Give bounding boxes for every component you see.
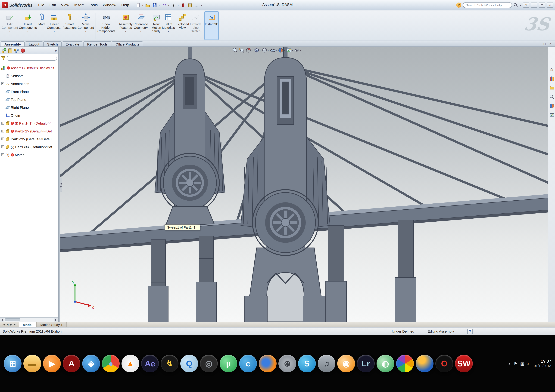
quick-tips-help-button[interactable]: ? bbox=[467, 329, 473, 334]
expand-plus-icon[interactable]: + bbox=[1, 130, 4, 132]
taskbar-pdf-reader[interactable]: A bbox=[63, 355, 80, 372]
edit-component-button[interactable]: Edit Component ▾ bbox=[1, 11, 18, 40]
tree-item-mates[interactable]: + ! Mates bbox=[0, 151, 58, 159]
undo-button[interactable] bbox=[161, 2, 167, 8]
instant3d-button[interactable]: Instant3D bbox=[204, 11, 219, 40]
taskbar-clock[interactable]: 19:07 01/12/2013 bbox=[534, 359, 551, 368]
taskbar-green-app[interactable]: ◍ bbox=[377, 355, 394, 372]
window-close-button[interactable]: × bbox=[547, 2, 553, 7]
menu-edit[interactable]: Edit bbox=[47, 2, 58, 8]
tree-item-part1-1[interactable]: + ! (f) Part1<1> (Default<< bbox=[0, 119, 58, 127]
tree-item-part1-4[interactable]: + (-) Part1<4> (Default<<Def bbox=[0, 143, 58, 151]
save-button[interactable] bbox=[151, 2, 158, 8]
prev-tab-button[interactable]: ◀ bbox=[6, 323, 9, 326]
tree-item-assembly-root[interactable]: ! Assem1 (Default<Display St bbox=[0, 64, 58, 72]
tree-item-origin[interactable]: Origin bbox=[0, 111, 58, 119]
tab-model[interactable]: Model bbox=[19, 322, 37, 327]
open-button[interactable] bbox=[144, 2, 151, 8]
custom-properties-tab[interactable] bbox=[549, 112, 555, 118]
assembly-3d-view[interactable]: Y X bbox=[60, 47, 548, 322]
menu-tools[interactable]: Tools bbox=[86, 2, 100, 8]
mate-button[interactable]: Mate bbox=[37, 11, 46, 40]
view-settings-button[interactable]: ▾ bbox=[294, 47, 301, 53]
tray-expand-icon[interactable]: ▲ bbox=[508, 362, 511, 365]
child-close-button[interactable]: × bbox=[548, 42, 553, 45]
solidworks-resources-tab[interactable]: ⌂ bbox=[549, 66, 555, 72]
expand-plus-icon[interactable]: + bbox=[1, 153, 4, 156]
taskbar-after-effects[interactable]: Ae bbox=[141, 355, 159, 372]
tab-assembly[interactable]: Assembly bbox=[1, 41, 25, 46]
expand-plus-icon[interactable]: + bbox=[1, 145, 4, 148]
expand-plus-icon[interactable]: + bbox=[1, 82, 4, 85]
explode-line-sketch-button[interactable]: Explode Line Sketch bbox=[190, 11, 202, 40]
reference-geometry-button[interactable]: Reference Geometry ▾ bbox=[133, 11, 148, 40]
taskbar-lightroom[interactable]: Lr bbox=[357, 355, 375, 372]
last-tab-button[interactable]: ▶| bbox=[13, 323, 17, 326]
scrollbar-thumb[interactable] bbox=[5, 318, 20, 321]
tab-evaluate[interactable]: Evaluate bbox=[62, 41, 83, 46]
taskbar-browser-compass[interactable]: ◈ bbox=[82, 355, 100, 372]
property-manager-tab-icon[interactable] bbox=[7, 48, 13, 53]
taskbar-media-player[interactable]: ▶ bbox=[43, 355, 61, 372]
menu-view[interactable]: View bbox=[58, 2, 72, 8]
taskbar-web-orb[interactable] bbox=[416, 355, 433, 372]
move-component-button[interactable]: Move Component ▾ bbox=[77, 11, 94, 40]
tree-item-right-plane[interactable]: Right Plane bbox=[0, 103, 58, 111]
zoom-to-fit-button[interactable] bbox=[232, 47, 238, 53]
insert-components-button[interactable]: Insert Components ▾ bbox=[19, 11, 37, 40]
rebuild-button[interactable] bbox=[180, 2, 186, 8]
window-maximize-button[interactable]: □ bbox=[539, 2, 545, 7]
panel-expand-chevron[interactable]: » bbox=[55, 49, 57, 52]
view-orientation-button[interactable]: ▾ bbox=[254, 47, 261, 53]
select-button[interactable] bbox=[170, 2, 176, 8]
network-icon[interactable]: ▦ bbox=[520, 361, 524, 366]
exploded-view-button[interactable]: Exploded View bbox=[175, 11, 189, 40]
taskbar-vlc[interactable]: ▲ bbox=[122, 355, 139, 372]
expand-plus-icon[interactable]: + bbox=[1, 122, 4, 125]
search-input[interactable] bbox=[463, 2, 512, 8]
tree-item-annotations[interactable]: + A Annotations bbox=[0, 80, 58, 88]
tree-item-sensors[interactable]: Sensors bbox=[0, 72, 58, 80]
search-icon[interactable] bbox=[514, 3, 518, 7]
taskbar-pinwheel[interactable] bbox=[396, 355, 414, 372]
taskbar-file-explorer[interactable]: ▬ bbox=[23, 355, 41, 372]
child-minimize-button[interactable]: − bbox=[537, 42, 541, 45]
bill-of-materials-button[interactable]: Bill of Materials ▾ bbox=[162, 11, 175, 40]
options-button[interactable] bbox=[194, 2, 200, 8]
tab-office-products[interactable]: Office Products bbox=[112, 41, 143, 46]
taskbar-utility-app[interactable]: ◎ bbox=[200, 355, 218, 372]
window-help-button[interactable]: ? bbox=[523, 2, 529, 7]
menu-insert[interactable]: Insert bbox=[72, 2, 86, 8]
smart-fasteners-button[interactable]: Smart Fasteners bbox=[62, 11, 77, 40]
taskbar-utorrent[interactable]: µ bbox=[219, 355, 237, 372]
taskbar-opera[interactable]: O bbox=[435, 355, 453, 372]
taskbar-chrome[interactable]: ● bbox=[102, 355, 120, 372]
graphics-area[interactable]: Y X bbox=[60, 47, 548, 322]
tab-layout[interactable]: Layout bbox=[25, 41, 43, 46]
taskbar-solidworks[interactable]: SW bbox=[455, 355, 473, 372]
expand-plus-icon[interactable]: + bbox=[1, 137, 4, 140]
panel-splitter[interactable] bbox=[58, 47, 60, 322]
hide-show-items-button[interactable]: ▾ bbox=[270, 47, 277, 53]
help-bubble-icon[interactable]: ? bbox=[456, 2, 461, 7]
taskbar-audio-mixer[interactable]: ♫ bbox=[318, 355, 336, 372]
zoom-to-area-button[interactable] bbox=[239, 47, 245, 53]
tab-motion-study-1[interactable]: Motion Study 1 bbox=[37, 322, 67, 327]
taskbar-copy-app[interactable]: c bbox=[239, 355, 257, 372]
linear-component-pattern-button[interactable]: Linear Compon... ▾ bbox=[47, 11, 62, 40]
taskbar-quicktime[interactable]: Q bbox=[180, 355, 198, 372]
feature-manager-tab-icon[interactable] bbox=[1, 48, 6, 53]
tree-flyout-splitter-handle[interactable] bbox=[60, 178, 62, 192]
volume-icon[interactable]: ♪ bbox=[527, 361, 529, 366]
taskbar-film-reel[interactable]: ⊛ bbox=[278, 355, 296, 372]
scroll-left-icon[interactable]: ◀ bbox=[0, 318, 4, 322]
taskbar-firefox[interactable] bbox=[259, 355, 277, 372]
action-center-icon[interactable]: ⚑ bbox=[514, 361, 517, 366]
taskbar-windows-start[interactable]: ⊞ bbox=[4, 355, 22, 372]
tree-filter-input[interactable] bbox=[7, 56, 57, 61]
clipboard-button[interactable] bbox=[187, 2, 193, 8]
design-library-tab[interactable] bbox=[549, 76, 555, 81]
assembly-features-button[interactable]: Assembly Features ▾ bbox=[118, 11, 133, 40]
search-results-tab[interactable] bbox=[549, 94, 555, 100]
first-tab-button[interactable]: |◀ bbox=[2, 323, 5, 326]
